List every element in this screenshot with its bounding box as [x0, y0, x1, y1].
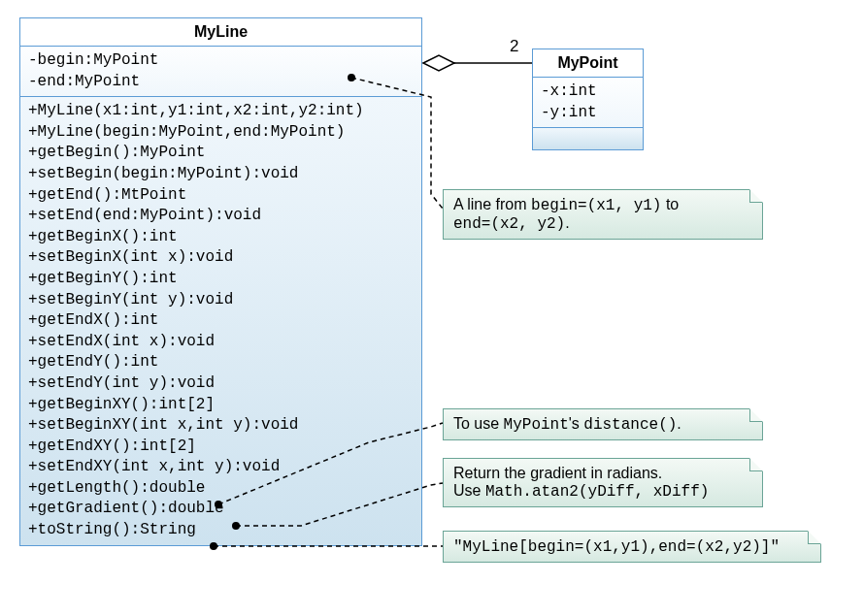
method: +getBeginXY():int[2] [28, 395, 414, 416]
method: +setBeginX(int x):void [28, 247, 414, 269]
note-code: Math.atan2(yDiff, xDiff) [485, 483, 709, 501]
uml-class-myline: MyLine -begin:MyPoint -end:MyPoint +MyLi… [19, 17, 422, 546]
note-text: to [661, 196, 679, 212]
attribute: -begin:MyPoint [28, 50, 414, 72]
method: +setEndXY(int x,int y):void [28, 457, 414, 478]
note-code: MyPoint [504, 416, 569, 434]
class-title: MyLine [20, 18, 421, 47]
attribute: -end:MyPoint [28, 72, 414, 93]
note-fold-icon [749, 458, 763, 471]
note-text: To use [453, 415, 504, 432]
methods-section-empty [533, 128, 643, 149]
aggregation-connector [423, 55, 532, 71]
method: +MyLine(x1:int,y1:int,x2:int,y2:int) [28, 101, 414, 122]
method: +MyLine(begin:MyPoint,end:MyPoint) [28, 122, 414, 144]
multiplicity-label: 2 [510, 37, 518, 56]
method: +setEnd(end:MyPoint):void [28, 206, 414, 227]
note-code: "MyLine[begin=(x1,y1),end=(x2,y2)]" [453, 538, 780, 556]
note-code: distance() [583, 416, 677, 434]
method: +setBegin(begin:MyPoint):void [28, 164, 414, 185]
method: +setEndY(int y):void [28, 373, 414, 395]
uml-class-mypoint: MyPoint -x:int -y:int [532, 49, 644, 150]
uml-note-tostring: "MyLine[begin=(x1,y1),end=(x2,y2)]" [443, 531, 821, 563]
note-fold-icon [749, 189, 763, 203]
method: +setBeginY(int y):void [28, 290, 414, 311]
uml-note-getgradient: Return the gradient in radians. Use Math… [443, 458, 763, 507]
method: +getBeginX():int [28, 227, 414, 248]
method: +getEndY():int [28, 352, 414, 373]
note-text: A line from [453, 196, 531, 212]
method: +getLength():double [28, 478, 414, 500]
method: +getGradient():double [28, 499, 414, 520]
method: +toString():String [28, 520, 414, 541]
method: +getEnd():MtPoint [28, 185, 414, 207]
methods-section: +MyLine(x1:int,y1:int,x2:int,y2:int) +My… [20, 97, 421, 544]
attributes-section: -begin:MyPoint -end:MyPoint [20, 47, 421, 97]
method: +getEndXY():int[2] [28, 437, 414, 458]
note-fold-icon [749, 408, 763, 422]
note-text: Return the gradient in radians. [453, 465, 662, 481]
method: +getEndX():int [28, 310, 414, 332]
note-code: end=(x2, y2) [453, 215, 565, 233]
uml-note-getlength: To use MyPoint's distance(). [443, 408, 763, 440]
attribute: -y:int [541, 103, 635, 124]
attribute: -x:int [541, 81, 635, 103]
class-title: MyPoint [533, 49, 643, 78]
note-fold-icon [808, 531, 821, 544]
method: +getBegin():MyPoint [28, 143, 414, 164]
method: +setBeginXY(int x,int y):void [28, 415, 414, 437]
note-text: . [677, 415, 681, 432]
note-text: Use [453, 482, 485, 499]
svg-marker-0 [423, 55, 454, 71]
note-text: 's [569, 415, 584, 432]
note-code: begin=(x1, y1) [531, 197, 661, 214]
attributes-section: -x:int -y:int [533, 78, 643, 128]
note-text: . [565, 214, 569, 231]
method: +setEndX(int x):void [28, 332, 414, 353]
uml-note-constructor: A line from begin=(x1, y1) to end=(x2, y… [443, 189, 763, 240]
method: +getBeginY():int [28, 269, 414, 290]
